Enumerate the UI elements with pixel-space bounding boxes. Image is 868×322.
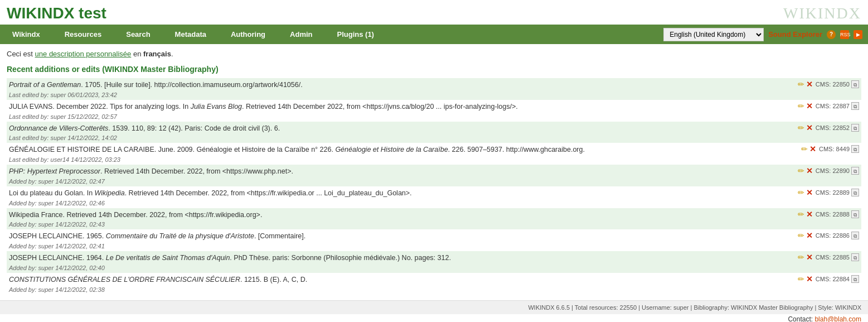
table-row: Portrait of a Gentleman. 1705. [Huile su… — [7, 78, 861, 91]
cms-label: CMS: 22884 — [816, 276, 850, 282]
copy-icon[interactable]: ⧉ — [851, 253, 859, 261]
copy-icon[interactable]: ⧉ — [851, 232, 859, 239]
app-title: WIKINDX test — [7, 4, 106, 22]
copy-icon[interactable]: ⧉ — [851, 124, 859, 132]
delete-icon[interactable]: ✕ — [806, 210, 813, 219]
edit-icon[interactable]: ✏ — [798, 80, 804, 89]
rss-icon[interactable]: RSS — [840, 30, 849, 39]
edit-icon[interactable]: ✏ — [798, 210, 804, 219]
entry-text: Wikipedia France. Retrieved 14th Decembe… — [9, 210, 798, 220]
nav-metadata[interactable]: Metadata — [163, 25, 219, 44]
meta-text: Last edited by: super 15/12/2022, 02:57 — [9, 113, 117, 120]
table-row: JOSEPH LECLAINCHE. 1964. Le De veritatis… — [7, 251, 861, 264]
language-select[interactable]: English (United Kingdom) — [663, 28, 764, 41]
table-row: GÉNÉALOGIE ET HISTOIRE DE LA CARAIBE. Ju… — [7, 143, 861, 156]
table-row: Loi du plateau du Golan. In Wikipedia. R… — [7, 186, 861, 199]
copy-icon[interactable]: ⧉ — [851, 145, 859, 153]
footer-contact: Contact: blah@blah.com — [0, 314, 868, 323]
nav-wikindx[interactable]: Wikindx — [0, 25, 52, 44]
nav-right: English (United Kingdom) Sound Explorer … — [663, 28, 868, 41]
edit-icon[interactable]: ✏ — [798, 275, 804, 283]
entry-text: JOSEPH LECLAINCHE. 1964. Le De veritatis… — [9, 253, 798, 263]
cms-label: CMS: 22889 — [816, 189, 850, 196]
cms-label: CMS: 22888 — [816, 211, 850, 218]
edit-icon[interactable]: ✏ — [801, 145, 808, 153]
entry-actions: ✏ ✕ CMS: 22852 ⧉ — [798, 123, 859, 132]
table-row: PHP: Hypertext Preprocessor. Retrieved 1… — [7, 165, 861, 177]
entry-actions: ✏ ✕ CMS: 22850 ⧉ — [798, 80, 859, 89]
delete-icon[interactable]: ✕ — [809, 145, 816, 153]
entry-text: Ordonnance de Villers-Cotterêts. 1539. 1… — [9, 123, 798, 134]
meta-row: Added by: super 14/12/2022, 02:43 — [7, 220, 861, 229]
meta-text: Added by: super 14/12/2022, 02:46 — [9, 200, 105, 206]
delete-icon[interactable]: ✕ — [806, 123, 813, 132]
entry-actions: ✏ ✕ CMS: 22890 ⧉ — [798, 166, 859, 175]
delete-icon[interactable]: ✕ — [806, 166, 813, 175]
entry-text: Portrait of a Gentleman. 1705. [Huile su… — [9, 80, 798, 90]
nav-authoring[interactable]: Authoring — [219, 25, 278, 44]
meta-text: Last edited by: user14 14/12/2022, 03:23 — [9, 156, 120, 163]
edit-icon[interactable]: ✏ — [798, 166, 804, 175]
intro-link[interactable]: une description personnalisée — [35, 50, 132, 58]
delete-icon[interactable]: ✕ — [806, 188, 813, 197]
delete-icon[interactable]: ✕ — [806, 102, 813, 110]
delete-icon[interactable]: ✕ — [806, 231, 813, 240]
edit-icon[interactable]: ✏ — [798, 188, 804, 197]
table-row: CONSTITUTIONS GÉNÉRALES DE L'ORDRE FRANC… — [7, 273, 861, 286]
copy-icon[interactable]: ⧉ — [851, 167, 859, 175]
edit-icon[interactable]: ✏ — [798, 123, 804, 132]
page-header: WIKINDX test WIKINDX — [0, 0, 868, 25]
cms-label: CMS: 22887 — [816, 103, 850, 109]
delete-icon[interactable]: ✕ — [806, 80, 813, 89]
cms-label: CMS: 22852 — [816, 124, 850, 131]
meta-row: Last edited by: user14 14/12/2022, 03:23 — [7, 156, 861, 165]
table-row: Ordonnance de Villers-Cotterêts. 1539. 1… — [7, 122, 861, 134]
copy-icon[interactable]: ⧉ — [851, 102, 859, 110]
cms-label: CMS: 22890 — [816, 167, 850, 174]
entry-actions: ✏ ✕ CMS: 22886 ⧉ — [798, 231, 859, 240]
meta-text: Added by: super 14/12/2022, 02:38 — [9, 286, 105, 293]
meta-row: Added by: super 14/12/2022, 02:40 — [7, 264, 861, 273]
help-icon[interactable]: ? — [827, 30, 836, 39]
meta-row: Last edited by: super 15/12/2022, 02:57 — [7, 113, 861, 122]
nav-resources[interactable]: Resources — [52, 25, 114, 44]
wikindx-logo: WIKINDX — [783, 4, 861, 22]
meta-row: Added by: super 14/12/2022, 02:38 — [7, 286, 861, 295]
table-row: Wikipedia France. Retrieved 14th Decembe… — [7, 208, 861, 221]
main-content: Ceci est une description personnalisée e… — [0, 44, 868, 300]
recent-header: Recent additions or edits (WIKINDX Maste… — [7, 65, 861, 74]
nav-plugins[interactable]: Plugins (1) — [325, 25, 386, 44]
feed-icon[interactable]: ▶ — [854, 30, 862, 39]
table-row: JOSEPH LECLAINCHE. 1965. Commentaire du … — [7, 229, 861, 242]
meta-row: Last edited by: super 14/12/2022, 14:02 — [7, 134, 861, 143]
nav-search[interactable]: Search — [114, 25, 162, 44]
meta-text: Added by: super 14/12/2022, 02:43 — [9, 221, 105, 228]
edit-icon[interactable]: ✏ — [798, 231, 804, 240]
entry-actions: ✏ ✕ CMS: 22888 ⧉ — [798, 210, 859, 219]
entry-text: PHP: Hypertext Preprocessor. Retrieved 1… — [9, 166, 798, 177]
navbar: Wikindx Resources Search Metadata Author… — [0, 25, 868, 44]
nav-admin[interactable]: Admin — [278, 25, 324, 44]
delete-icon[interactable]: ✕ — [806, 253, 813, 262]
footer-status-text: WIKINDX 6.6.5 | Total resources: 22550 |… — [528, 304, 861, 311]
entries-list: Portrait of a Gentleman. 1705. [Huile su… — [7, 78, 861, 295]
contact-label: Contact: — [788, 315, 814, 323]
meta-row: Added by: super 14/12/2022, 02:46 — [7, 199, 861, 208]
meta-row: Added by: super 14/12/2022, 02:47 — [7, 177, 861, 186]
copy-icon[interactable]: ⧉ — [851, 80, 859, 88]
delete-icon[interactable]: ✕ — [806, 275, 813, 283]
entry-actions: ✏ ✕ CMS: 22885 ⧉ — [798, 253, 859, 262]
edit-icon[interactable]: ✏ — [798, 253, 804, 262]
entry-text: Loi du plateau du Golan. In Wikipedia. R… — [9, 188, 798, 199]
meta-row: Added by: super 14/12/2022, 02:41 — [7, 242, 861, 251]
meta-text: Added by: super 14/12/2022, 02:40 — [9, 265, 105, 271]
edit-icon[interactable]: ✏ — [798, 102, 804, 110]
copy-icon[interactable]: ⧉ — [851, 275, 859, 283]
copy-icon[interactable]: ⧉ — [851, 189, 859, 196]
sound-explorer-link[interactable]: Sound Explorer — [768, 30, 822, 39]
cms-label: CMS: 22885 — [816, 254, 850, 261]
copy-icon[interactable]: ⧉ — [851, 210, 859, 218]
contact-email-link[interactable]: blah@blah.com — [814, 315, 861, 323]
footer-status: WIKINDX 6.6.5 | Total resources: 22550 |… — [0, 300, 868, 314]
meta-text: Last edited by: super 14/12/2022, 14:02 — [9, 134, 117, 141]
